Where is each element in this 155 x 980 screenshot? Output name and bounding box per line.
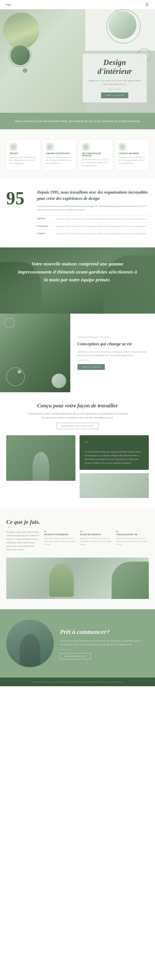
concept-image-credit: Image de Freepik <box>78 359 148 361</box>
svg-marker-3 <box>121 145 124 148</box>
ready-cta-button[interactable]: EN SAVOIR PLUS <box>60 653 90 659</box>
ready-text-content: Prêt à commencer? Duis aute irure dolor … <box>60 627 149 659</box>
whatido-main-col: Paragraph. Lorem ipsum dolor sit amet, c… <box>6 530 39 551</box>
stats-subtitle: Depuis 1995, nous travaillons avec des o… <box>37 189 149 202</box>
concept-section-label: Conception qui change <box>78 336 148 338</box>
work-style-section: Conçu pour votre façon de travailler Not… <box>0 392 155 508</box>
stats-content: Depuis 1995, nous travaillons avec des o… <box>37 189 149 237</box>
whatido-section: Ce que je fais. Paragraph. Lorem ipsum d… <box>0 508 155 609</box>
service-title-3: DÉCORATION DE MAISON <box>82 152 109 157</box>
concept-img-left <box>0 313 70 392</box>
services-section: PROJET Sample text. Click to select the … <box>0 129 155 179</box>
stat-text-2[interactable]: Sample text. Click to select the text bo… <box>56 223 149 230</box>
work-col-img-1 <box>6 435 76 481</box>
hero-title: Design d'intérieur <box>87 58 142 76</box>
design-icon <box>48 145 52 149</box>
whatido-col-title-3: Visualisation 3D <box>116 533 149 536</box>
work-col-1 <box>6 435 76 498</box>
hero-content: Design d'intérieur Sample text. Click to… <box>83 54 147 102</box>
hero-image-credit: Image de Freepik <box>87 88 142 90</box>
service-text-3[interactable]: Sample text. Click to select the text bo… <box>82 158 109 167</box>
ready-description: Duis aute irure dolor in reprehenderit i… <box>60 639 149 646</box>
stat-label-1: Intérieur <box>37 215 56 223</box>
concept-outline-circle-2 <box>4 318 14 328</box>
work-col-img-2 <box>79 473 149 498</box>
whatido-col-text-3[interactable]: Sample text. Click to select the text bo… <box>116 537 149 546</box>
service-icon-4 <box>119 143 126 151</box>
hero-cta-button[interactable]: LIRE LA SUITE <box>101 92 128 98</box>
hero-description: Sample text. Click to select the text bo… <box>87 79 142 86</box>
tagline-text: Nous concevons et livrons de beaux hôtel… <box>10 119 145 124</box>
service-icon-2 <box>46 143 54 151</box>
hero2-content: Votre nouvelle maison comprend une gamme… <box>0 247 155 296</box>
whatido-num-2: 02. <box>80 530 113 533</box>
svg-marker-0 <box>12 145 15 148</box>
whatido-col-text-2[interactable]: Sample text. Click to select the text bo… <box>80 537 113 546</box>
whatido-col-title-2: Plans de maison <box>80 533 113 536</box>
rose-icon <box>120 145 124 149</box>
concept-outline-circle-1 <box>6 368 25 386</box>
logo[interactable]: logo <box>6 3 11 6</box>
service-card-2: GRAND CONCEPTION Sample text. Click to s… <box>43 140 76 170</box>
stats-section: 95 Depuis 1995, nous travaillons avec de… <box>0 179 155 247</box>
service-icon-3 <box>82 143 90 151</box>
stats-number: 95 <box>6 189 31 207</box>
service-title-1: PROJET <box>10 152 36 154</box>
hero-circle-img-3 <box>10 46 30 65</box>
svg-marker-1 <box>48 145 51 148</box>
hero2-section: Votre nouvelle maison comprend une gamme… <box>0 247 155 313</box>
whatido-col-2: 02. Plans de maison Sample text. Click t… <box>80 530 113 551</box>
work-quote-text: Ut enim ad minim veniam, quis nostrud ex… <box>84 450 144 465</box>
ready-image-credit: Image de Freepik <box>60 648 149 650</box>
stat-label-3: Création <box>37 230 56 237</box>
decoration-icon <box>84 145 88 149</box>
stat-row-1: Intérieur Sample text. Click to select t… <box>37 215 149 223</box>
concept-section: Conception qui change Conception qui cha… <box>0 313 155 392</box>
service-card-3: DÉCORATION DE MAISON Sample text. Click … <box>79 140 112 170</box>
stat-row-2: Prototypage Sample text. Click to select… <box>37 223 149 230</box>
service-icon-1 <box>10 143 17 151</box>
tagline-band: Nous concevons et livrons de beaux hôtel… <box>0 113 155 129</box>
work-style-title: Conçu pour votre façon de travailler <box>6 402 149 409</box>
whatido-col-title-1: Design d'intérieur <box>44 533 77 536</box>
whatido-col-1: 01. Design d'intérieur Sample text. Clic… <box>44 530 77 551</box>
work-style-header: Conçu pour votre façon de travailler Not… <box>6 402 149 429</box>
service-card-4: 5 POINTS DE ROSE Sample text. Click to s… <box>115 140 149 170</box>
service-title-4: 5 POINTS DE ROSE <box>119 152 146 154</box>
service-card-1: PROJET Sample text. Click to select the … <box>6 140 40 170</box>
whatido-bottom-img <box>6 558 149 599</box>
project-icon <box>11 145 16 149</box>
stat-text-3[interactable]: Sample text. Click to select the text bo… <box>56 230 149 237</box>
hero-circle-img-1 <box>3 13 39 49</box>
concept-portrait-circle <box>52 374 66 388</box>
whatido-content: Paragraph. Lorem ipsum dolor sit amet, c… <box>6 530 149 551</box>
hero-dot-circle <box>23 68 27 73</box>
stats-number-block: 95 <box>6 189 31 237</box>
footer-text[interactable]: Sample text. Click to select the text bo… <box>6 681 149 683</box>
stats-table: Intérieur Sample text. Click to select t… <box>37 215 149 237</box>
work-style-description: Notre façon de travailler au bureau à do… <box>26 412 129 419</box>
whatido-num-1: 01. <box>44 530 77 533</box>
ready-circle-img <box>6 620 54 667</box>
hero2-title: Votre nouvelle maison comprend une gamme… <box>17 260 138 284</box>
work-quote-box: " Ut enim ad minim veniam, quis nostrud … <box>79 435 149 470</box>
whatido-col-text-1[interactable]: Sample text. Click to select the text bo… <box>44 537 77 546</box>
concept-description[interactable]: Sample text. Click to select the text bo… <box>78 350 148 357</box>
stat-label-2: Prototypage <box>37 223 56 230</box>
stat-text-1[interactable]: Sample text. Click to select the text bo… <box>56 215 149 223</box>
whatido-main-text: Paragraph. Lorem ipsum dolor sit amet, c… <box>6 530 39 551</box>
stats-description: Travaillez à la frontière entre rentabil… <box>37 204 149 212</box>
svg-marker-2 <box>84 145 88 148</box>
work-style-cta[interactable]: APPRENEZ ENCORE PLUS <box>57 423 98 429</box>
concept-cta-button[interactable]: LIRE LA SUITE <box>78 364 105 370</box>
stat-row-3: Création Sample text. Click to select th… <box>37 230 149 237</box>
hero-circle-img-2 <box>109 11 136 39</box>
concept-title: Conception qui change ta vie <box>78 341 148 347</box>
service-text-2[interactable]: Sample text. Click to select the text bo… <box>46 156 73 165</box>
service-text-1[interactable]: Sample text. Click to select the text bo… <box>10 156 36 165</box>
hamburger-icon[interactable]: ☰ <box>145 2 149 7</box>
quote-mark-icon: " <box>84 440 144 447</box>
whatido-num-3: 03. <box>116 530 149 533</box>
concept-content-right: Conception qui change Conception qui cha… <box>70 313 155 392</box>
service-text-4[interactable]: Sample text. Click to select the text bo… <box>119 156 146 165</box>
